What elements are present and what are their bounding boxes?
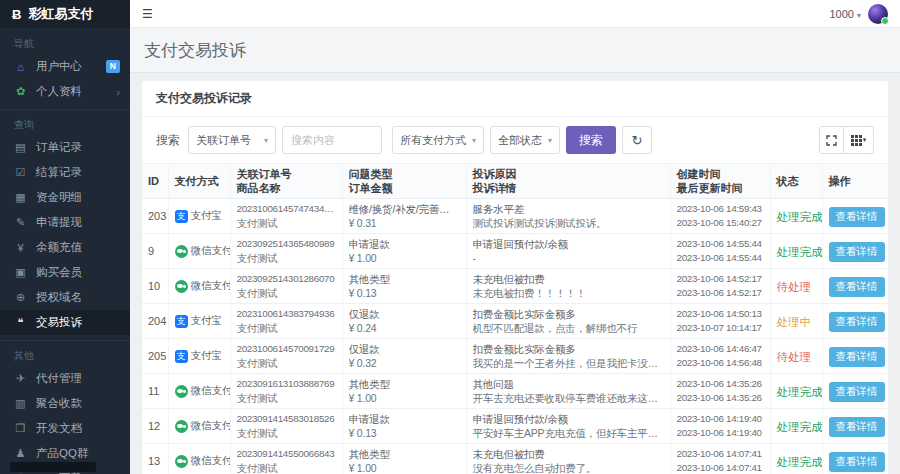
- cell-action: 查看详情: [822, 234, 888, 269]
- refresh-icon: ↻: [632, 133, 643, 148]
- cell-order: 2023100614383794936支付测试: [230, 304, 342, 339]
- cell-time: 2023-10-06 14:52:172023-10-06 14:52:17: [670, 269, 770, 304]
- status-badge: 处理完成: [777, 211, 823, 223]
- cell-issue-type: 其他类型¥ 1.00: [342, 374, 466, 409]
- cell-reason: 扣费金额比实际金额多我买的是一个王者外挂，但是我把卡没登上去，登...: [466, 339, 670, 374]
- status-badge: 处理完成: [777, 386, 823, 398]
- main-area: ☰ 1000 ▾ 支付交易投诉 支付交易投诉记录 搜索 关联订单号 ▾: [130, 0, 900, 474]
- sidebar-item-profile[interactable]: ✿个人资料›: [0, 79, 130, 104]
- sidebar-item-dev-docs[interactable]: ❐开发文档: [0, 416, 130, 441]
- sidebar-section: 导航⌂用户中心N✿个人资料›: [0, 28, 130, 104]
- sidebar-item-aggregate-collection[interactable]: ▥聚合收款: [0, 391, 130, 416]
- cell-issue-type: 维修/换货/补发/完善服务¥ 0.31: [342, 199, 466, 234]
- brand[interactable]: Ƀ 彩虹易支付: [0, 0, 130, 28]
- sidebar-item-label: 申请提现: [36, 215, 82, 230]
- cell-issue-type: 仅退款¥ 0.24: [342, 304, 466, 339]
- search-field-select[interactable]: 关联订单号 ▾: [188, 126, 276, 154]
- view-details-button[interactable]: 查看详情: [829, 242, 885, 262]
- sidebar-item-label: 结算记录: [36, 165, 82, 180]
- cell-order: 2023091414550066843支付测试: [230, 444, 342, 474]
- page-header: 支付交易投诉: [130, 28, 900, 73]
- sidebar-item-settlement-records[interactable]: ☑结算记录: [0, 160, 130, 185]
- topbar-right: 1000 ▾: [829, 4, 888, 24]
- table-row: 205支付宝2023100614570091729支付测试仅退款¥ 0.32扣费…: [142, 339, 888, 374]
- sidebar-section: 查询▤订单记录☑结算记录▦资金明细✎申请提现¥余额充值▣购买会员⊕授权域名❝交易…: [0, 109, 130, 335]
- globe-icon: ⊕: [14, 291, 27, 304]
- sidebar-section: 其他✈代付管理▥聚合收款❐开发文档♟产品QQ群✆APP下载: [0, 340, 130, 474]
- view-details-button[interactable]: 查看详情: [829, 452, 885, 472]
- cell-id: 12: [142, 409, 168, 444]
- chevron-down-icon: ▾: [472, 136, 476, 145]
- sidebar-item-buy-membership[interactable]: ▣购买会员: [0, 260, 130, 285]
- sidebar-item-balance-recharge[interactable]: ¥余额充值: [0, 235, 130, 260]
- table-row: 204支付宝2023100614383794936支付测试仅退款¥ 0.24扣费…: [142, 304, 888, 339]
- cell-status: 处理完成: [770, 444, 822, 474]
- pay-method-label: 支付宝: [191, 209, 223, 223]
- chevron-down-icon: ▾: [548, 136, 552, 145]
- yen-icon: ¥: [14, 242, 27, 254]
- refresh-button[interactable]: ↻: [622, 126, 652, 154]
- cell-issue-type: 仅退款¥ 0.32: [342, 339, 466, 374]
- cell-status: 处理完成: [770, 374, 822, 409]
- status-badge: 待处理: [777, 351, 812, 363]
- pay-method-label: 支付宝: [191, 314, 223, 328]
- view-details-button[interactable]: 查看详情: [829, 417, 885, 437]
- status-select[interactable]: 全部状态 ▾: [490, 126, 560, 154]
- balance-dropdown[interactable]: 1000 ▾: [829, 8, 861, 20]
- cell-issue-type: 其他类型¥ 1.00: [342, 444, 466, 474]
- column-header: 操作: [822, 164, 888, 199]
- column-header: 投诉原因投诉详情: [466, 164, 670, 199]
- sidebar-item-label: 交易投诉: [36, 315, 82, 330]
- avatar[interactable]: [868, 4, 888, 24]
- cell-pay-method: 支付宝: [168, 339, 230, 374]
- sidebar-item-payout-management[interactable]: ✈代付管理: [0, 366, 130, 391]
- cell-time: 2023-10-06 14:19:402023-10-06 14:19:40: [670, 409, 770, 444]
- search-button[interactable]: 搜索: [566, 126, 616, 154]
- check-square-icon: ☑: [14, 166, 27, 179]
- column-header: 支付方式: [168, 164, 230, 199]
- cell-action: 查看详情: [822, 444, 888, 474]
- cell-time: 2023-10-06 14:55:442023-10-06 14:55:44: [670, 234, 770, 269]
- column-header: 关联订单号商品名称: [230, 164, 342, 199]
- cell-action: 查看详情: [822, 339, 888, 374]
- pay-method-label: 微信支付: [191, 419, 231, 433]
- view-details-button[interactable]: 查看详情: [829, 277, 885, 297]
- complaints-card: 支付交易投诉记录 搜索 关联订单号 ▾ 所有支付方式 ▾ 全部状态 ▾: [142, 81, 888, 474]
- sidebar-item-transaction-complaints[interactable]: ❝交易投诉: [0, 310, 130, 335]
- view-details-button[interactable]: 查看详情: [829, 207, 885, 227]
- sidebar-item-label: 产品QQ群: [36, 446, 88, 461]
- search-input[interactable]: [282, 126, 382, 154]
- sidebar-item-user-center[interactable]: ⌂用户中心N: [0, 54, 130, 79]
- cell-issue-type: 其他类型¥ 0.13: [342, 269, 466, 304]
- fullscreen-button[interactable]: [819, 126, 844, 154]
- alipay-icon: [175, 210, 188, 223]
- cell-pay-method: 微信支付: [168, 374, 230, 409]
- status-badge: 待处理: [777, 281, 812, 293]
- cell-pay-method: 支付宝: [168, 199, 230, 234]
- sidebar-item-order-records[interactable]: ▤订单记录: [0, 135, 130, 160]
- cell-order: 2023092514301286070支付测试: [230, 269, 342, 304]
- sidebar-item-fund-details[interactable]: ▦资金明细: [0, 185, 130, 210]
- view-details-button[interactable]: 查看详情: [829, 382, 885, 402]
- pay-method-label: 微信支付: [191, 384, 231, 398]
- view-details-button[interactable]: 查看详情: [829, 312, 885, 332]
- card-title: 支付交易投诉记录: [142, 81, 888, 117]
- grid-icon: [851, 135, 862, 146]
- sidebar-item-authorized-domains[interactable]: ⊕授权域名: [0, 285, 130, 310]
- sidebar-item-withdraw-apply[interactable]: ✎申请提现: [0, 210, 130, 235]
- cell-order: 2023092514365480989支付测试: [230, 234, 342, 269]
- pay-method-select[interactable]: 所有支付方式 ▾: [392, 126, 484, 154]
- columns-button[interactable]: ▾: [843, 126, 874, 154]
- cell-pay-method: 支付宝: [168, 304, 230, 339]
- cell-order: 20231006145747434482支付测试: [230, 199, 342, 234]
- sidebar-toggle-icon[interactable]: ☰: [142, 7, 153, 21]
- cell-action: 查看详情: [822, 199, 888, 234]
- send-icon: ✈: [14, 372, 27, 385]
- view-details-button[interactable]: 查看详情: [829, 347, 885, 367]
- status-badge: 处理完成: [777, 456, 823, 468]
- cell-pay-method: 微信支付: [168, 409, 230, 444]
- table-row: 12微信支付2023091414583018526支付测试申请退款¥ 0.13申…: [142, 409, 888, 444]
- cell-order: 2023091613103888769支付测试: [230, 374, 342, 409]
- cell-action: 查看详情: [822, 409, 888, 444]
- sidebar-item-label: 资金明细: [36, 190, 82, 205]
